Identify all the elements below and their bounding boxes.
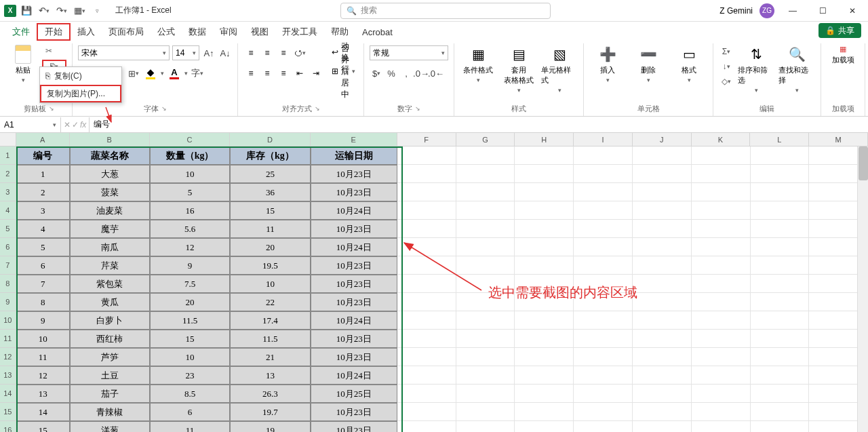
cell[interactable]: 20 <box>150 293 230 311</box>
clipboard-launcher-icon[interactable]: ↘ <box>49 105 54 112</box>
tab-help[interactable]: 帮助 <box>324 23 355 41</box>
table-format-button[interactable]: ▤套用 表格格式▾ <box>500 45 537 94</box>
cell[interactable] <box>515 366 574 385</box>
cell[interactable]: 6 <box>16 256 70 275</box>
cell[interactable]: 10月24日 <box>311 238 397 256</box>
cell[interactable]: 19.5 <box>230 256 310 275</box>
col-header-I[interactable]: I <box>574 133 633 146</box>
cell[interactable]: 15 <box>150 330 230 348</box>
col-header-K[interactable]: K <box>692 133 751 146</box>
col-header-B[interactable]: B <box>70 133 150 146</box>
cell[interactable] <box>692 421 751 432</box>
cell[interactable] <box>397 385 456 403</box>
cell[interactable] <box>515 385 574 403</box>
cell[interactable] <box>397 403 456 421</box>
cell[interactable] <box>692 201 751 220</box>
cell[interactable] <box>515 403 574 421</box>
cell[interactable]: 库存（kg） <box>230 146 310 165</box>
cell[interactable]: 8.5 <box>150 385 230 403</box>
cell[interactable]: 4 <box>16 220 70 238</box>
col-header-C[interactable]: C <box>150 133 230 146</box>
row-header[interactable]: 10 <box>0 311 16 330</box>
row-header[interactable]: 14 <box>0 385 16 403</box>
col-header-E[interactable]: E <box>311 133 397 146</box>
cell[interactable] <box>515 201 574 220</box>
cell[interactable]: 5.6 <box>150 220 230 238</box>
cell[interactable] <box>633 146 692 165</box>
cell[interactable] <box>574 183 633 201</box>
phonetic-icon[interactable]: 字▾ <box>191 66 204 81</box>
tab-data[interactable]: 数据 <box>182 23 213 41</box>
cell[interactable] <box>515 348 574 366</box>
cell[interactable]: 10月23日 <box>311 165 397 183</box>
percent-icon[interactable]: % <box>384 66 398 81</box>
cell[interactable] <box>633 421 692 432</box>
cell[interactable]: 芦笋 <box>70 348 150 366</box>
row-header[interactable]: 16 <box>0 421 16 432</box>
cell[interactable]: 11.5 <box>150 311 230 330</box>
cell[interactable] <box>456 201 515 220</box>
cell[interactable]: 11 <box>230 220 310 238</box>
increase-decimal-icon[interactable]: .0→ <box>414 66 428 81</box>
indent-decrease-icon[interactable]: ⇤ <box>292 66 307 81</box>
cell[interactable]: 10月23日 <box>311 421 397 432</box>
comma-icon[interactable]: , <box>399 66 413 81</box>
cell[interactable]: 运输日期 <box>311 146 397 165</box>
cell[interactable]: 8 <box>16 293 70 311</box>
tab-home[interactable]: 开始 <box>37 23 71 41</box>
cell[interactable]: 11 <box>16 348 70 366</box>
vertical-scrollbar[interactable] <box>857 146 868 432</box>
cell[interactable]: 19.7 <box>230 403 310 421</box>
cell[interactable] <box>692 311 751 330</box>
cell[interactable]: 15 <box>230 201 310 220</box>
cell[interactable]: 7 <box>16 275 70 293</box>
scrollbar-thumb[interactable] <box>859 146 868 180</box>
cell[interactable] <box>456 238 515 256</box>
cell-styles-button[interactable]: ▧单元格样式▾ <box>541 45 578 94</box>
cell[interactable]: 7.5 <box>150 275 230 293</box>
cell[interactable] <box>751 275 810 293</box>
cell[interactable]: 9 <box>150 256 230 275</box>
cell[interactable]: 3 <box>16 201 70 220</box>
cell[interactable] <box>633 238 692 256</box>
align-middle-icon[interactable]: ≡ <box>260 45 275 60</box>
cell[interactable] <box>692 256 751 275</box>
cell[interactable] <box>633 201 692 220</box>
cell[interactable] <box>692 348 751 366</box>
cell[interactable] <box>456 403 515 421</box>
cell[interactable] <box>397 311 456 330</box>
menu-copy[interactable]: ⎘ 复制(C) <box>40 67 121 85</box>
cell[interactable] <box>633 183 692 201</box>
cell[interactable] <box>397 275 456 293</box>
cell[interactable] <box>633 256 692 275</box>
cell[interactable]: 6 <box>150 403 230 421</box>
col-header-L[interactable]: L <box>750 133 809 146</box>
spreadsheet-grid[interactable]: ABCDEFGHIJKLM 1编号蔬菜名称数量（kg）库存（kg）运输日期21大… <box>0 133 868 432</box>
maximize-icon[interactable]: ☐ <box>811 1 834 20</box>
row-header[interactable]: 1 <box>0 146 16 165</box>
cell[interactable] <box>751 385 810 403</box>
cell[interactable]: 12 <box>16 366 70 385</box>
cell[interactable]: 10月23日 <box>311 275 397 293</box>
cell[interactable] <box>515 421 574 432</box>
row-header[interactable]: 15 <box>0 403 16 421</box>
row-header[interactable]: 8 <box>0 275 16 293</box>
tab-acrobat[interactable]: Acrobat <box>355 23 399 41</box>
cell[interactable]: 5 <box>16 238 70 256</box>
font-name-select[interactable]: 宋体▾ <box>78 45 170 60</box>
cell[interactable] <box>692 385 751 403</box>
paste-button[interactable]: 粘贴 ▾ <box>11 45 35 83</box>
cell[interactable] <box>692 366 751 385</box>
align-bottom-icon[interactable]: ≡ <box>276 45 291 60</box>
cell[interactable] <box>574 146 633 165</box>
col-header-M[interactable]: M <box>809 133 868 146</box>
cell[interactable]: 15 <box>16 421 70 432</box>
cell[interactable]: 10月24日 <box>311 201 397 220</box>
cell[interactable]: 10 <box>16 330 70 348</box>
indent-increase-icon[interactable]: ⇥ <box>309 66 323 81</box>
cell[interactable] <box>456 256 515 275</box>
cell[interactable]: 紫包菜 <box>70 275 150 293</box>
row-header[interactable]: 11 <box>0 330 16 348</box>
cell[interactable] <box>751 421 810 432</box>
cell[interactable] <box>456 385 515 403</box>
